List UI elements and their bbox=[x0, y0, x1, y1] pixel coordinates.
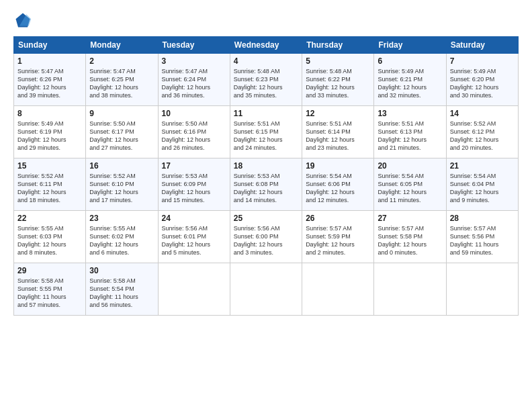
day-number: 16 bbox=[89, 161, 154, 171]
day-cell bbox=[230, 263, 302, 316]
day-cell bbox=[302, 263, 374, 316]
day-number: 21 bbox=[450, 161, 515, 171]
day-cell: 27Sunrise: 5:57 AMSunset: 5:58 PMDayligh… bbox=[374, 211, 446, 263]
header-thursday: Thursday bbox=[302, 37, 374, 54]
day-number: 5 bbox=[306, 56, 370, 66]
cell-text: Sunrise: 5:57 AMSunset: 5:58 PMDaylight:… bbox=[378, 225, 427, 256]
cell-text: Sunrise: 5:54 AMSunset: 6:06 PMDaylight:… bbox=[306, 173, 355, 203]
cell-text: Sunrise: 5:53 AMSunset: 6:09 PMDaylight:… bbox=[162, 173, 211, 203]
cell-text: Sunrise: 5:57 AMSunset: 5:59 PMDaylight:… bbox=[306, 225, 355, 256]
day-cell: 30Sunrise: 5:58 AMSunset: 5:54 PMDayligh… bbox=[86, 263, 158, 316]
cell-text: Sunrise: 5:47 AMSunset: 6:25 PMDaylight:… bbox=[89, 68, 138, 99]
cell-text: Sunrise: 5:51 AMSunset: 6:13 PMDaylight:… bbox=[378, 120, 427, 151]
day-cell: 12Sunrise: 5:51 AMSunset: 6:14 PMDayligh… bbox=[302, 106, 374, 158]
cell-text: Sunrise: 5:54 AMSunset: 6:04 PMDaylight:… bbox=[450, 173, 499, 203]
day-cell: 17Sunrise: 5:53 AMSunset: 6:09 PMDayligh… bbox=[158, 158, 230, 211]
day-cell: 25Sunrise: 5:56 AMSunset: 6:00 PMDayligh… bbox=[230, 211, 302, 263]
day-cell: 5Sunrise: 5:48 AMSunset: 6:22 PMDaylight… bbox=[302, 54, 374, 106]
cell-text: Sunrise: 5:55 AMSunset: 6:03 PMDaylight:… bbox=[17, 225, 66, 256]
cell-text: Sunrise: 5:58 AMSunset: 5:54 PMDaylight:… bbox=[89, 277, 138, 308]
header-row: Sunday Monday Tuesday Wednesday Thursday… bbox=[14, 37, 519, 54]
day-cell: 6Sunrise: 5:49 AMSunset: 6:21 PMDaylight… bbox=[374, 54, 446, 106]
day-cell: 3Sunrise: 5:47 AMSunset: 6:24 PMDaylight… bbox=[158, 54, 230, 106]
day-cell: 13Sunrise: 5:51 AMSunset: 6:13 PMDayligh… bbox=[374, 106, 446, 158]
day-cell: 7Sunrise: 5:49 AMSunset: 6:20 PMDaylight… bbox=[446, 54, 518, 106]
day-cell bbox=[158, 263, 230, 316]
header-saturday: Saturday bbox=[446, 37, 518, 54]
day-cell bbox=[446, 263, 518, 316]
day-cell: 16Sunrise: 5:52 AMSunset: 6:10 PMDayligh… bbox=[86, 158, 158, 211]
day-number: 22 bbox=[17, 214, 82, 223]
cell-text: Sunrise: 5:48 AMSunset: 6:23 PMDaylight:… bbox=[234, 68, 283, 99]
week-row-4: 22Sunrise: 5:55 AMSunset: 6:03 PMDayligh… bbox=[14, 211, 519, 263]
day-number: 2 bbox=[89, 56, 154, 66]
cell-text: Sunrise: 5:56 AMSunset: 6:01 PMDaylight:… bbox=[162, 225, 211, 256]
cell-text: Sunrise: 5:49 AMSunset: 6:21 PMDaylight:… bbox=[378, 68, 427, 99]
day-number: 24 bbox=[162, 214, 226, 223]
week-row-2: 8Sunrise: 5:49 AMSunset: 6:19 PMDaylight… bbox=[14, 106, 519, 158]
day-number: 30 bbox=[89, 266, 154, 275]
cell-text: Sunrise: 5:47 AMSunset: 6:24 PMDaylight:… bbox=[162, 68, 211, 99]
day-cell: 8Sunrise: 5:49 AMSunset: 6:19 PMDaylight… bbox=[14, 106, 86, 158]
header bbox=[13, 11, 519, 30]
cell-text: Sunrise: 5:51 AMSunset: 6:15 PMDaylight:… bbox=[234, 120, 283, 151]
day-number: 6 bbox=[378, 56, 442, 66]
calendar-table: Sunday Monday Tuesday Wednesday Thursday… bbox=[13, 36, 519, 316]
cell-text: Sunrise: 5:49 AMSunset: 6:19 PMDaylight:… bbox=[17, 120, 66, 151]
week-row-3: 15Sunrise: 5:52 AMSunset: 6:11 PMDayligh… bbox=[14, 158, 519, 211]
header-tuesday: Tuesday bbox=[158, 37, 230, 54]
day-cell: 22Sunrise: 5:55 AMSunset: 6:03 PMDayligh… bbox=[14, 211, 86, 263]
day-number: 1 bbox=[17, 56, 82, 66]
day-number: 13 bbox=[378, 109, 442, 118]
day-cell: 29Sunrise: 5:58 AMSunset: 5:55 PMDayligh… bbox=[14, 263, 86, 316]
cell-text: Sunrise: 5:52 AMSunset: 6:11 PMDaylight:… bbox=[17, 173, 66, 203]
cell-text: Sunrise: 5:54 AMSunset: 6:05 PMDaylight:… bbox=[378, 173, 427, 203]
logo-icon bbox=[13, 11, 32, 30]
day-number: 3 bbox=[162, 56, 226, 66]
day-cell: 10Sunrise: 5:50 AMSunset: 6:16 PMDayligh… bbox=[158, 106, 230, 158]
day-cell: 11Sunrise: 5:51 AMSunset: 6:15 PMDayligh… bbox=[230, 106, 302, 158]
header-monday: Monday bbox=[86, 37, 158, 54]
day-number: 9 bbox=[89, 109, 154, 118]
day-number: 4 bbox=[234, 56, 298, 66]
day-cell: 26Sunrise: 5:57 AMSunset: 5:59 PMDayligh… bbox=[302, 211, 374, 263]
cell-text: Sunrise: 5:49 AMSunset: 6:20 PMDaylight:… bbox=[450, 68, 499, 99]
page: Sunday Monday Tuesday Wednesday Thursday… bbox=[0, 0, 532, 411]
day-number: 29 bbox=[17, 266, 82, 275]
day-number: 7 bbox=[450, 56, 515, 66]
cell-text: Sunrise: 5:50 AMSunset: 6:16 PMDaylight:… bbox=[162, 120, 211, 151]
day-cell: 9Sunrise: 5:50 AMSunset: 6:17 PMDaylight… bbox=[86, 106, 158, 158]
day-number: 26 bbox=[306, 214, 370, 223]
logo bbox=[13, 11, 35, 30]
cell-text: Sunrise: 5:55 AMSunset: 6:02 PMDaylight:… bbox=[89, 225, 138, 256]
header-friday: Friday bbox=[374, 37, 446, 54]
day-number: 18 bbox=[234, 161, 298, 171]
cell-text: Sunrise: 5:52 AMSunset: 6:10 PMDaylight:… bbox=[89, 173, 138, 203]
week-row-1: 1Sunrise: 5:47 AMSunset: 6:26 PMDaylight… bbox=[14, 54, 519, 106]
day-number: 17 bbox=[162, 161, 226, 171]
day-cell: 4Sunrise: 5:48 AMSunset: 6:23 PMDaylight… bbox=[230, 54, 302, 106]
day-number: 8 bbox=[17, 109, 82, 118]
day-cell: 1Sunrise: 5:47 AMSunset: 6:26 PMDaylight… bbox=[14, 54, 86, 106]
day-number: 20 bbox=[378, 161, 442, 171]
day-cell bbox=[374, 263, 446, 316]
day-cell: 23Sunrise: 5:55 AMSunset: 6:02 PMDayligh… bbox=[86, 211, 158, 263]
cell-text: Sunrise: 5:52 AMSunset: 6:12 PMDaylight:… bbox=[450, 120, 499, 151]
day-cell: 20Sunrise: 5:54 AMSunset: 6:05 PMDayligh… bbox=[374, 158, 446, 211]
day-number: 27 bbox=[378, 214, 442, 223]
day-number: 15 bbox=[17, 161, 82, 171]
cell-text: Sunrise: 5:56 AMSunset: 6:00 PMDaylight:… bbox=[234, 225, 283, 256]
day-cell: 28Sunrise: 5:57 AMSunset: 5:56 PMDayligh… bbox=[446, 211, 518, 263]
header-wednesday: Wednesday bbox=[230, 37, 302, 54]
day-cell: 14Sunrise: 5:52 AMSunset: 6:12 PMDayligh… bbox=[446, 106, 518, 158]
cell-text: Sunrise: 5:50 AMSunset: 6:17 PMDaylight:… bbox=[89, 120, 138, 151]
cell-text: Sunrise: 5:48 AMSunset: 6:22 PMDaylight:… bbox=[306, 68, 355, 99]
day-number: 23 bbox=[89, 214, 154, 223]
day-cell: 15Sunrise: 5:52 AMSunset: 6:11 PMDayligh… bbox=[14, 158, 86, 211]
day-number: 11 bbox=[234, 109, 298, 118]
day-number: 12 bbox=[306, 109, 370, 118]
cell-text: Sunrise: 5:57 AMSunset: 5:56 PMDaylight:… bbox=[450, 225, 499, 256]
day-number: 25 bbox=[234, 214, 298, 223]
day-cell: 18Sunrise: 5:53 AMSunset: 6:08 PMDayligh… bbox=[230, 158, 302, 211]
day-cell: 24Sunrise: 5:56 AMSunset: 6:01 PMDayligh… bbox=[158, 211, 230, 263]
